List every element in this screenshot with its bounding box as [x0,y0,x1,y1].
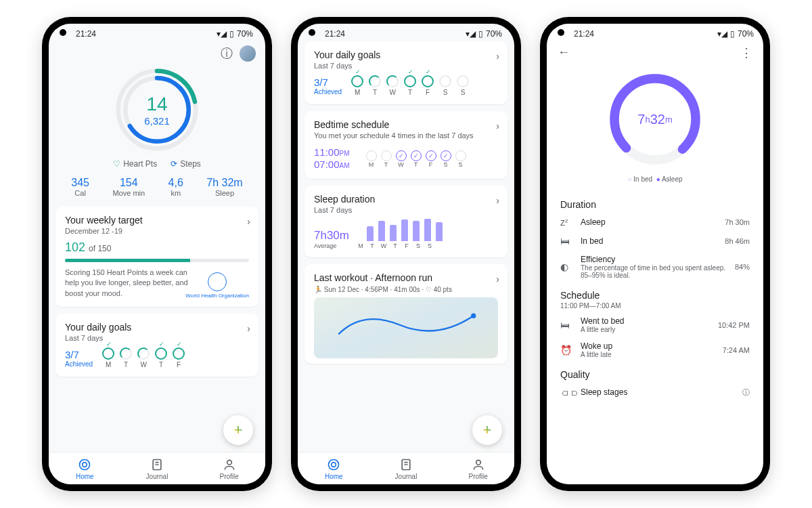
phone-sleep: 21:24▾◢▯70% ←⋮ 7h 32m ○ In bed ● Asleep … [540,17,770,491]
last-workout-card[interactable]: Last workout · Afternoon run› 🏃 Sun 12 D… [304,264,508,364]
steps-value: 6,321 [144,115,170,127]
sleep-icon: zᶻ [560,217,572,228]
nav-journal[interactable]: Journal [370,452,443,484]
nav-profile[interactable]: Profile [442,452,514,484]
sleep-ring: 7h 32m [604,68,706,170]
nav-profile[interactable]: Profile [193,452,265,484]
daily-goals-card[interactable]: Your daily goals Last 7 days › 3/7Achiev… [55,314,258,377]
row-went-to-bed[interactable]: 🛏Went to bedA little early10:42 PM [560,312,750,337]
heart-points-value: 14 [146,93,167,115]
svg-point-4 [80,460,90,470]
svg-point-10 [471,314,476,318]
row-woke-up[interactable]: ⏰Woke upA little late7:24 AM [560,337,750,362]
ring-legend: ♡Heart Pts ⟳Steps [55,159,258,169]
bottom-nav: Home Journal Profile [49,452,265,484]
status-bar: 21:24 ▾◢▯70% [49,24,265,41]
phone-cards: 21:24▾◢▯70% Your daily goalsLast 7 days›… [291,17,521,491]
back-button[interactable]: ← [558,45,570,60]
info-icon[interactable]: ⓘ [221,45,233,62]
phone-home: 21:24 ▾◢▯70% ⓘ 14 6,321 ♡Heart Pts ⟳Step… [42,17,272,491]
bedtime-card[interactable]: Bedtime scheduleYou met your schedule 4 … [304,111,508,179]
row-efficiency[interactable]: ◐EfficiencyThe percentage of time in bed… [560,251,750,283]
svg-point-9 [227,460,231,465]
workout-map [314,297,498,358]
alarm-icon: ⏰ [560,345,572,356]
efficiency-icon: ◐ [560,261,572,272]
bed-icon: 🛏 [560,236,572,247]
activity-ring[interactable]: 14 6,321 [113,66,201,154]
metrics-row: 345Cal 154Move min 4,6km 7h 32mSleep [55,177,258,197]
time: 21:24 [76,29,96,39]
daily-goals-card-2[interactable]: Your daily goalsLast 7 days› 3/7Achieved… [304,41,508,104]
sleep-legend: ○ In bed ● Asleep [547,175,763,183]
svg-point-5 [83,463,87,467]
row-inbed[interactable]: 🛏In bed8h 46m [560,232,750,251]
row-asleep[interactable]: zᶻAsleep7h 30m [560,213,750,232]
who-logo: World Health Organization [185,272,249,299]
nav-journal[interactable]: Journal [121,452,194,484]
weekly-target-card[interactable]: Your weekly target December 12 -19 › 102… [55,207,258,307]
nav-home[interactable]: Home [298,452,370,484]
stages-icon: ⫏⫐ [560,387,572,398]
fab-add-button[interactable]: + [223,415,253,445]
bed-icon: 🛏 [560,320,572,331]
more-icon[interactable]: ⋮ [740,45,752,60]
chevron-right-icon: › [247,216,250,227]
svg-point-16 [476,460,480,465]
svg-point-11 [329,460,339,470]
fab-add-button[interactable]: + [472,415,502,445]
avatar[interactable] [240,45,256,62]
sleep-duration-card[interactable]: Sleep durationLast 7 days› 7h30mAverage … [304,186,508,257]
battery-icon: ▯ [229,29,234,39]
nav-home[interactable]: Home [49,452,121,484]
row-sleep-stages[interactable]: ⫏⫐Sleep stagesⓘ [560,383,750,402]
info-icon: ⓘ [742,387,750,398]
svg-point-12 [332,463,336,467]
